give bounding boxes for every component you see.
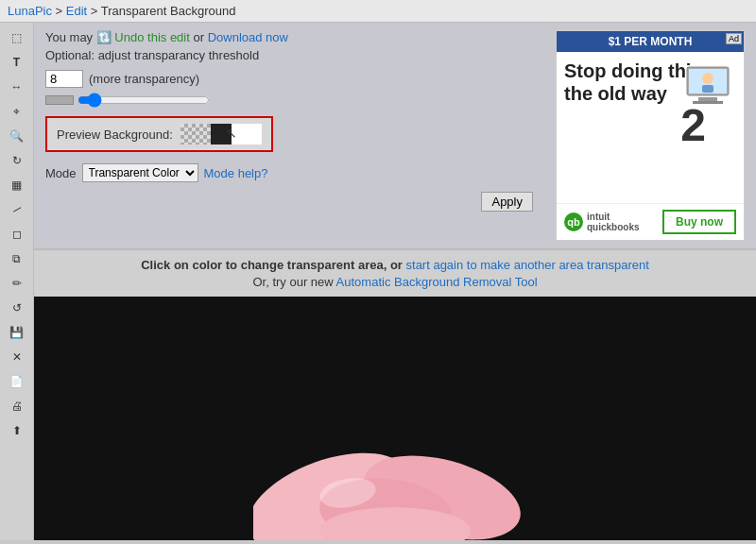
tool-magnify[interactable]: 🔍 xyxy=(4,125,30,147)
image-preview xyxy=(34,297,756,540)
download-link[interactable]: Download now xyxy=(208,30,288,44)
ad-top-wrapper: $1 PER MONTH Ad xyxy=(557,31,744,52)
tool-share[interactable]: ⬆ xyxy=(4,419,30,442)
left-panel: You may 🔃 Undo this edit or Download now… xyxy=(45,30,541,241)
apply-row: Apply xyxy=(45,192,541,212)
qb-icon: qb xyxy=(564,212,583,231)
tool-close[interactable]: ✕ xyxy=(4,346,30,368)
breadcrumb-sep2: > xyxy=(87,4,101,18)
swatch-black[interactable]: ↖ xyxy=(211,124,232,144)
undo-link[interactable]: 🔃 Undo this edit xyxy=(96,30,190,44)
mode-select[interactable]: Transparent Color Full Transparent Semi-… xyxy=(82,163,198,182)
tool-save[interactable]: 💾 xyxy=(4,321,30,344)
ad-bottom: qb intuitquickbooks Buy now xyxy=(557,203,744,240)
qb-brand-text: intuitquickbooks xyxy=(587,212,640,232)
breadcrumb: LunaPic > Edit > Transparent Background xyxy=(8,4,235,18)
tool-transform[interactable]: ↔ xyxy=(4,76,30,98)
swatch-checker[interactable] xyxy=(180,124,211,144)
instruction-bold: Click on color to change transparent are… xyxy=(141,258,405,272)
mode-help-link[interactable]: Mode help? xyxy=(204,166,268,180)
buy-now-button[interactable]: Buy now xyxy=(662,210,736,234)
undo-prefix: You may xyxy=(45,30,96,44)
ad-label[interactable]: Ad xyxy=(726,33,742,44)
preview-bg-box: Preview Background: ↖ xyxy=(45,116,273,152)
threshold-note: (more transparency) xyxy=(89,72,199,86)
auto-tool-text: Or, try our new Automatic Background Rem… xyxy=(45,275,745,289)
tool-document[interactable]: 📄 xyxy=(4,370,30,393)
ad-panel: $1 PER MONTH Ad Stop doing things the ol… xyxy=(556,30,745,241)
instruction-bar: Click on color to change transparent are… xyxy=(34,249,756,297)
threshold-input[interactable] xyxy=(45,70,83,88)
tool-lasso[interactable]: ⌖ xyxy=(4,100,30,123)
instruction-secondary: Or, try our new xyxy=(252,275,335,289)
tool-rotate[interactable]: ↻ xyxy=(4,149,30,172)
tool-select[interactable]: ⬚ xyxy=(4,26,30,49)
mode-row: Mode Transparent Color Full Transparent … xyxy=(45,163,541,182)
svg-rect-3 xyxy=(693,101,723,104)
tool-history[interactable]: ↺ xyxy=(4,297,30,319)
auto-removal-link[interactable]: Automatic Background Removal Tool xyxy=(336,275,538,289)
breadcrumb-edit[interactable]: Edit xyxy=(66,4,87,18)
preview-swatch-container: ↖ xyxy=(180,124,262,144)
ad-body: Stop doing things the old way 2 xyxy=(557,52,744,203)
instruction-main-text: Click on color to change transparent are… xyxy=(45,258,745,272)
optional-line: Optional: adjust transparancy threshold xyxy=(45,48,541,62)
apply-button[interactable]: Apply xyxy=(481,192,533,212)
cursor-arrow-icon: ↖ xyxy=(226,126,237,141)
breadcrumb-sep1: > xyxy=(52,4,66,18)
preview-bg-label: Preview Background: xyxy=(57,128,173,142)
undo-connector: or xyxy=(190,30,208,44)
top-bar: LunaPic > Edit > Transparent Background xyxy=(0,0,756,23)
threshold-row: (more transparency) xyxy=(45,70,541,88)
tool-pen[interactable]: ✏ xyxy=(4,272,30,295)
start-again-link[interactable]: start again to make another area transpa… xyxy=(406,258,649,272)
mode-label: Mode xyxy=(45,166,77,180)
svg-rect-2 xyxy=(698,97,717,101)
threshold-slider[interactable] xyxy=(77,95,210,105)
svg-rect-5 xyxy=(702,85,713,93)
toolbar: ⬚ T ↔ ⌖ 🔍 ↻ ▦ / ◻ ⧉ ✏ ↺ 💾 ✕ 📄 🖨 ⬆ xyxy=(0,23,34,540)
slider-left-end xyxy=(45,95,74,105)
tool-brush[interactable]: / xyxy=(0,193,34,228)
slider-row xyxy=(45,95,541,105)
rose-image xyxy=(253,408,537,540)
undo-line: You may 🔃 Undo this edit or Download now xyxy=(45,30,541,44)
tool-text[interactable]: T xyxy=(4,51,30,74)
ad-top-text: $1 PER MONTH xyxy=(609,35,693,48)
ad-computer-icon xyxy=(679,60,736,116)
tool-eraser[interactable]: ◻ xyxy=(4,223,30,246)
tool-print[interactable]: 🖨 xyxy=(4,395,30,417)
tool-clone[interactable]: ⧉ xyxy=(4,247,30,270)
breadcrumb-lunapic[interactable]: LunaPic xyxy=(8,4,52,18)
breadcrumb-page: Transparent Background xyxy=(101,4,236,18)
qb-logo: qb intuitquickbooks xyxy=(564,212,640,232)
ad-top-bar: $1 PER MONTH xyxy=(557,31,744,52)
content-area: You may 🔃 Undo this edit or Download now… xyxy=(34,23,756,540)
main-layout: ⬚ T ↔ ⌖ 🔍 ↻ ▦ / ◻ ⧉ ✏ ↺ 💾 ✕ 📄 🖨 ⬆ You ma… xyxy=(0,23,756,540)
svg-point-4 xyxy=(702,73,713,84)
content-top: You may 🔃 Undo this edit or Download now… xyxy=(34,23,756,248)
